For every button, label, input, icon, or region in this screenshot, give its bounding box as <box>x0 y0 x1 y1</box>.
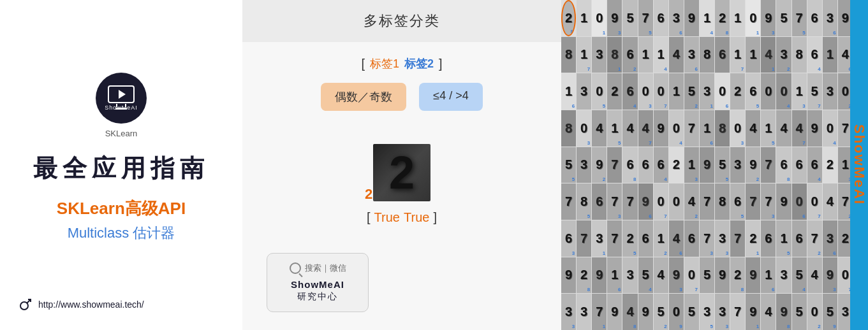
bracket-open: [ <box>361 57 365 71</box>
mnist-cell: 4 <box>823 183 837 220</box>
wechat-brand: ShowMeAI <box>291 279 344 290</box>
middle-panel: 多标签分类 [ 标签1 标签2 ] 偶数／奇数 ≤4 / >4 2 2 [ Tr… <box>242 0 561 330</box>
mnist-cell: 04 <box>776 73 791 110</box>
mnist-cell: 64 <box>654 147 668 183</box>
mnist-cell: 28 <box>577 257 591 294</box>
mnist-cell: 6 <box>715 37 730 73</box>
mnist-cell: 33 <box>561 294 576 330</box>
mnist-cell: 8 <box>700 37 714 73</box>
mnist-cell: 9 <box>746 257 760 294</box>
mnist-cell: 57 <box>807 73 822 110</box>
mnist-cell: 73 <box>700 220 714 257</box>
mnist-cell: 09 <box>669 294 684 330</box>
search-icon <box>290 262 301 274</box>
logo-monitor-icon <box>108 85 135 103</box>
mnist-cell: 8 <box>561 37 576 73</box>
mnist-cell: 4 <box>669 37 684 73</box>
mnist-cell: 75 <box>638 0 653 36</box>
mnist-cell: 8 <box>715 183 730 220</box>
mnist-cell: 4 <box>592 110 607 147</box>
mnist-cell: 3 <box>622 257 637 294</box>
mnist-cell: 0 <box>669 183 684 220</box>
mnist-cell: 16 <box>761 257 776 294</box>
label-boxes-row: 偶数／奇数 ≤4 / >4 <box>321 83 482 111</box>
mnist-cell: 9 <box>776 183 791 220</box>
mnist-cell: 91 <box>746 294 760 330</box>
mnist-cell: 62 <box>622 37 637 73</box>
mnist-cell: 7 <box>561 183 576 220</box>
mnist-cell: 4 <box>776 110 791 147</box>
middle-header: 多标签分类 <box>242 0 561 42</box>
mnist-cell: 75 <box>792 0 807 36</box>
mnist-cell: 36 <box>823 0 837 36</box>
wechat-card: 搜索｜微信 ShowMeAI 研究中心 <box>267 253 369 312</box>
mnist-cell: 73 <box>607 183 622 220</box>
mnist-cell: 3 <box>577 73 591 110</box>
mnist-cell: 9 <box>592 257 607 294</box>
mnist-cell: 7 <box>607 147 622 183</box>
mnist-cell: 1 <box>746 37 760 73</box>
mnist-cell: 31 <box>592 220 607 257</box>
mnist-cell: 28 <box>561 0 576 36</box>
subtitle-blue: Multiclass 估计器 <box>68 224 175 243</box>
mnist-cell: 01 <box>746 0 760 36</box>
mnist-cell: 9 <box>807 110 822 147</box>
main-title: 最全应用指南 <box>33 152 209 185</box>
result-bracket-open: [ <box>367 210 371 225</box>
mnist-cell: 7 <box>684 110 699 147</box>
mnist-cell: 7 <box>730 220 745 257</box>
mnist-cell: 17 <box>730 37 745 73</box>
digit-number: 2 <box>389 147 415 199</box>
mnist-cell: 9 <box>684 0 699 36</box>
result-true2: True <box>404 210 429 225</box>
mnist-cell: 33 <box>715 220 730 257</box>
mnist-cell: 47 <box>638 110 653 147</box>
mnist-cell: 9 <box>561 257 576 294</box>
mnist-cell: 64 <box>622 73 637 110</box>
digit-value-label: 2 <box>365 186 372 203</box>
mnist-cell: 2 <box>730 73 745 110</box>
mnist-cell: 3 <box>776 257 791 294</box>
mnist-cell: 05 <box>592 73 607 110</box>
mnist-cell: 03 <box>577 110 591 147</box>
mnist-cell: 3 <box>592 37 607 73</box>
mnist-grid: 2810193575636914281019357563691481738162… <box>561 0 868 330</box>
mnist-cell: 9 <box>607 294 622 330</box>
mnist-cell: 7 <box>700 183 714 220</box>
mnist-cell: 71 <box>592 294 607 330</box>
footer-link[interactable]: http://www.showmeai.tech/ <box>18 297 144 312</box>
mnist-cell: 65 <box>730 183 745 220</box>
mnist-cell: 07 <box>684 257 699 294</box>
mnist-cell: 2 <box>669 147 684 183</box>
mnist-cell: 93 <box>823 257 837 294</box>
mnist-cell: 8 <box>715 110 730 147</box>
bracket-close: ] <box>439 57 443 71</box>
mnist-cell: 16 <box>607 257 622 294</box>
mnist-cell: 0 <box>761 73 776 110</box>
mnist-cell: 4 <box>807 257 822 294</box>
mnist-cell: 12 <box>654 220 668 257</box>
footer-url: http://www.showmeai.tech/ <box>38 299 144 310</box>
mnist-cell: 03 <box>730 110 745 147</box>
mnist-cell: 01 <box>592 0 607 36</box>
mnist-cell: 64 <box>807 37 822 73</box>
subtitle-orange: SKLearn高级API <box>57 197 186 220</box>
mnist-cell: 6 <box>761 220 776 257</box>
digit-canvas: 2 <box>373 144 430 201</box>
mnist-cell: 07 <box>654 183 668 220</box>
mnist-cell: 4 <box>622 110 637 147</box>
mnist-cell: 7 <box>577 220 591 257</box>
mnist-cell: 63 <box>561 220 576 257</box>
logo-monitor-base <box>115 108 127 110</box>
mnist-cell: 73 <box>761 183 776 220</box>
mnist-cell: 07 <box>807 183 822 220</box>
mnist-cell: 9 <box>654 110 668 147</box>
mnist-cell: 7 <box>622 183 637 220</box>
mnist-cell: 3 <box>577 147 591 183</box>
wechat-search-row: 搜索｜微信 <box>290 262 346 274</box>
mnist-cell: 16 <box>700 110 714 147</box>
wechat-sub: 研究中心 <box>297 291 338 303</box>
mnist-cell: 98 <box>776 294 791 330</box>
mnist-cell: 6 <box>684 220 699 257</box>
mnist-cell: 68 <box>776 147 791 183</box>
